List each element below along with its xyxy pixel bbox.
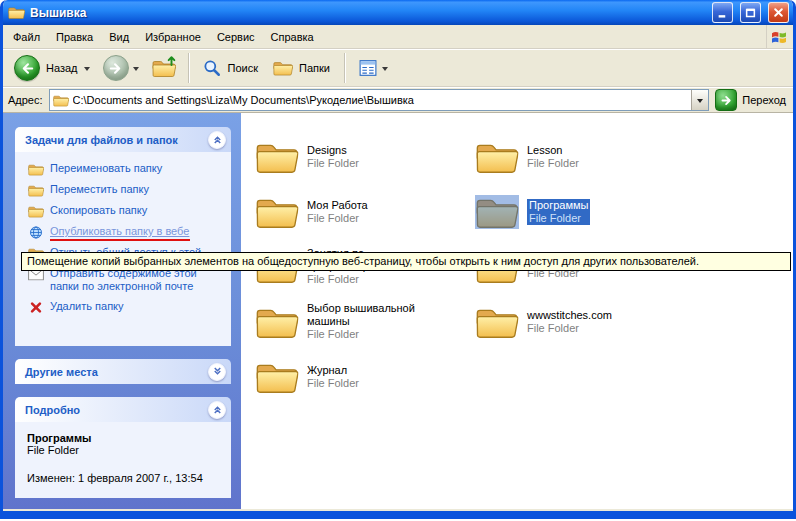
go-button[interactable]: Переход (715, 89, 788, 111)
file-name: Моя Работа (307, 199, 368, 212)
file-item-vybor-mashiny[interactable]: Выбор вышивальной машиныFile Folder (255, 294, 460, 349)
toolbar: Назад Поиск Папки (3, 49, 793, 87)
file-type: File Folder (307, 273, 460, 286)
file-folder-tasks-title: Задачи для файлов и папок (25, 134, 178, 146)
file-list: DesignsFile Folder LessonFile Folder Моя… (241, 113, 793, 509)
file-item-zhurnal[interactable]: ЖурналFile Folder (255, 349, 460, 404)
annotation-red-underline (50, 239, 190, 241)
file-item-designs[interactable]: DesignsFile Folder (255, 129, 460, 184)
explorer-window: Вышивка Файл Правка Вид Избранное Сервис… (0, 0, 796, 519)
menu-edit[interactable]: Правка (48, 27, 101, 47)
file-item-programmy-selected[interactable]: ПрограммыFile Folder (475, 184, 680, 239)
collapse-chevron-icon[interactable] (208, 401, 226, 419)
windows-logo-icon (766, 25, 791, 49)
details-item-name: Программы (27, 432, 225, 444)
panel-details: Подробно Программы File Folder Изменен: … (15, 397, 231, 498)
file-item-moya-rabota[interactable]: Моя РаботаFile Folder (255, 184, 460, 239)
file-item-wwwstitches[interactable]: wwwstitches.comFile Folder (475, 294, 680, 349)
file-type: File Folder (527, 322, 612, 335)
file-folder-tasks-body: Переименовать папку Переместить папку Ск… (15, 152, 231, 346)
minimize-button[interactable] (712, 2, 733, 23)
details-item-modified: Изменен: 1 февраля 2007 г., 13:54 (27, 472, 225, 484)
menu-file[interactable]: Файл (5, 27, 48, 47)
file-name: Lesson (527, 144, 579, 157)
forward-dropdown-icon (133, 67, 139, 74)
file-item-lesson[interactable]: LessonFile Folder (475, 129, 680, 184)
close-button[interactable] (768, 2, 789, 23)
file-type: File Folder (527, 157, 579, 170)
task-move-folder[interactable]: Переместить папку (28, 183, 226, 197)
folders-button[interactable]: Папки (268, 57, 337, 79)
back-dropdown-icon (84, 67, 90, 74)
details-header[interactable]: Подробно (15, 397, 231, 422)
menu-view[interactable]: Вид (101, 27, 137, 47)
folder-icon (255, 195, 299, 229)
go-label: Переход (742, 94, 786, 106)
folder-icon-selected (475, 195, 519, 229)
menu-help[interactable]: Справка (263, 27, 322, 47)
task-delete-folder[interactable]: Удалить папку (28, 300, 226, 314)
folders-icon (273, 59, 293, 77)
file-type: File Folder (307, 157, 359, 170)
menu-bar: Файл Правка Вид Избранное Сервис Справка (3, 25, 793, 49)
folder-icon (255, 360, 299, 394)
file-name: Программы (529, 199, 588, 212)
details-item-type: File Folder (27, 444, 225, 456)
task-rename-folder[interactable]: Переименовать папку (28, 162, 226, 176)
address-label: Адрес: (8, 94, 43, 106)
folder-icon (255, 140, 299, 174)
title-bar: Вышивка (3, 0, 793, 25)
views-button[interactable] (353, 57, 393, 79)
folders-label: Папки (297, 62, 332, 74)
menu-tools[interactable]: Сервис (209, 27, 263, 47)
task-publish-folder-to-web[interactable]: Опубликовать папку в вебе (28, 225, 226, 239)
address-bar: Адрес: C:\Documents and Settings\Liza\My… (3, 87, 793, 113)
address-dropdown-button[interactable] (691, 90, 708, 110)
address-folder-icon (53, 94, 69, 107)
search-button[interactable]: Поиск (197, 57, 265, 79)
window-folder-icon (8, 5, 25, 20)
go-arrow-icon (715, 89, 737, 111)
folder-icon (475, 140, 519, 174)
collapse-chevron-icon[interactable] (208, 131, 226, 149)
file-name: Выбор вышивальной машины (307, 302, 460, 328)
delete-x-icon (28, 301, 44, 314)
other-places-header[interactable]: Другие места (15, 359, 231, 384)
expand-chevron-icon[interactable] (208, 363, 226, 381)
views-icon (358, 59, 378, 77)
other-places-title: Другие места (25, 366, 98, 378)
folder-rename-icon (28, 163, 44, 176)
up-button[interactable] (147, 55, 181, 81)
toolbar-separator (344, 53, 346, 83)
task-pane-sidebar: Задачи для файлов и папок Переименовать … (3, 113, 241, 509)
search-icon (202, 59, 222, 77)
address-input[interactable]: C:\Documents and Settings\Liza\My Docume… (49, 89, 710, 111)
back-label: Назад (44, 62, 80, 74)
back-arrow-icon (14, 55, 40, 81)
forward-button[interactable] (98, 53, 144, 83)
panel-file-folder-tasks: Задачи для файлов и папок Переименовать … (15, 127, 231, 346)
toolbar-separator (188, 53, 190, 83)
file-type: File Folder (307, 377, 359, 390)
address-path: C:\Documents and Settings\Liza\My Docume… (73, 94, 688, 106)
details-title: Подробно (25, 404, 80, 416)
folder-icon (255, 305, 299, 339)
up-folder-icon (152, 57, 176, 79)
back-button[interactable]: Назад (9, 53, 95, 83)
file-type: File Folder (307, 328, 460, 341)
file-name: Журнал (307, 364, 359, 377)
menu-favorites[interactable]: Избранное (137, 27, 209, 47)
panel-other-places: Другие места (15, 359, 231, 384)
file-type: File Folder (307, 212, 368, 225)
content-area: Задачи для файлов и папок Переименовать … (3, 113, 793, 509)
file-folder-tasks-header[interactable]: Задачи для файлов и папок (15, 127, 231, 152)
maximize-button[interactable] (740, 2, 761, 23)
tooltip-text: Помещение копий выбранных элементов на о… (27, 255, 699, 267)
forward-arrow-icon (103, 55, 129, 81)
publish-web-globe-icon (28, 226, 44, 239)
window-title: Вышивка (30, 6, 705, 20)
folder-icon (475, 305, 519, 339)
file-name: Designs (307, 144, 359, 157)
file-name: wwwstitches.com (527, 309, 612, 322)
task-copy-folder[interactable]: Скопировать папку (28, 204, 226, 218)
